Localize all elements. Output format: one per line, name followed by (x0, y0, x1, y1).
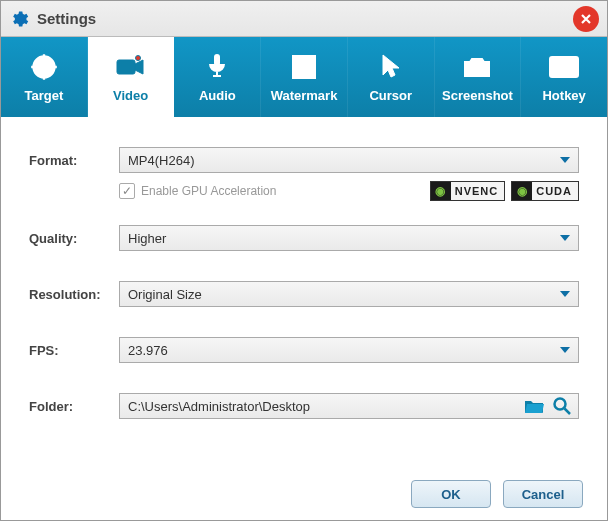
chevron-down-icon (560, 235, 570, 241)
nvidia-eye-icon: ◉ (431, 182, 451, 200)
close-button[interactable] (573, 6, 599, 32)
search-icon[interactable] (552, 396, 572, 416)
tab-label: Screenshot (442, 88, 513, 103)
row-format: Format: MP4(H264) (29, 147, 579, 173)
badge-cuda: ◉ CUDA (511, 181, 579, 201)
row-gpu: Enable GPU Acceleration ◉ NVENC ◉ CUDA (119, 181, 579, 201)
cancel-button[interactable]: Cancel (503, 480, 583, 508)
tab-watermark[interactable]: Watermark (261, 37, 348, 117)
quality-label: Quality: (29, 231, 119, 246)
tab-target[interactable]: Target (1, 37, 88, 117)
chevron-down-icon (560, 157, 570, 163)
tab-label: Video (113, 88, 148, 103)
svg-point-7 (555, 399, 566, 410)
settings-content: Format: MP4(H264) Enable GPU Acceleratio… (1, 117, 607, 468)
tab-screenshot[interactable]: Screenshot (435, 37, 522, 117)
tab-cursor[interactable]: Cursor (348, 37, 435, 117)
quality-value: Higher (128, 231, 166, 246)
row-quality: Quality: Higher (29, 225, 579, 251)
ok-button[interactable]: OK (411, 480, 491, 508)
folder-label: Folder: (29, 399, 119, 414)
nvidia-eye-icon: ◉ (512, 182, 532, 200)
row-resolution: Resolution: Original Size (29, 281, 579, 307)
chevron-down-icon (560, 291, 570, 297)
tab-label: Target (24, 88, 63, 103)
audio-icon (201, 52, 233, 82)
footer: OK Cancel (1, 468, 607, 520)
svg-point-2 (135, 55, 140, 60)
target-icon (28, 52, 60, 82)
format-label: Format: (29, 153, 119, 168)
badge-nvenc: ◉ NVENC (430, 181, 506, 201)
svg-point-5 (473, 65, 481, 73)
tab-label: Hotkey (542, 88, 585, 103)
resolution-value: Original Size (128, 287, 202, 302)
folder-value: C:\Users\Administrator\Desktop (128, 399, 310, 414)
chevron-down-icon (560, 347, 570, 353)
screenshot-icon (461, 52, 493, 82)
row-fps: FPS: 23.976 (29, 337, 579, 363)
gpu-label: Enable GPU Acceleration (141, 184, 424, 198)
svg-rect-1 (117, 60, 135, 74)
resolution-select[interactable]: Original Size (119, 281, 579, 307)
tab-label: Watermark (271, 88, 338, 103)
tab-audio[interactable]: Audio (174, 37, 261, 117)
row-folder: Folder: C:\Users\Administrator\Desktop (29, 393, 579, 419)
tab-video[interactable]: Video (88, 37, 175, 117)
titlebar: Settings (1, 1, 607, 37)
fps-label: FPS: (29, 343, 119, 358)
format-select[interactable]: MP4(H264) (119, 147, 579, 173)
tabbar: Target Video Audio Watermark Cursor Scre… (1, 37, 607, 117)
resolution-label: Resolution: (29, 287, 119, 302)
tab-hotkey[interactable]: Hotkey (521, 37, 607, 117)
svg-point-0 (33, 56, 54, 77)
fps-value: 23.976 (128, 343, 168, 358)
cursor-icon (375, 52, 407, 82)
watermark-icon (288, 52, 320, 82)
video-icon (115, 52, 147, 82)
fps-select[interactable]: 23.976 (119, 337, 579, 363)
hotkey-icon (548, 52, 580, 82)
tab-label: Audio (199, 88, 236, 103)
tab-label: Cursor (369, 88, 412, 103)
folder-field[interactable]: C:\Users\Administrator\Desktop (119, 393, 579, 419)
open-folder-icon[interactable] (524, 396, 544, 416)
gpu-checkbox[interactable] (119, 183, 135, 199)
window-title: Settings (37, 10, 96, 27)
gear-icon (9, 9, 29, 29)
format-value: MP4(H264) (128, 153, 194, 168)
quality-select[interactable]: Higher (119, 225, 579, 251)
